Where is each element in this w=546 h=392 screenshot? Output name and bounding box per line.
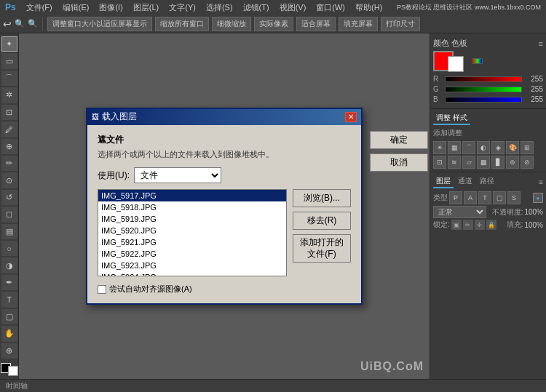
zoom-icon[interactable]: 🔍 [15, 19, 25, 28]
adj-invert[interactable]: ⊘ [521, 156, 534, 169]
filter-shape[interactable]: ▢ [493, 191, 506, 204]
adj-posterize[interactable]: ▩ [477, 156, 490, 169]
adj-brightness[interactable]: ☀ [433, 141, 446, 154]
layers-tabs: 图层 通道 路径 [433, 175, 497, 188]
r-slider[interactable] [445, 76, 522, 82]
menu-view[interactable]: 视图(V) [277, 2, 309, 13]
btn-add-open[interactable]: 添加打开的文件(F) [293, 234, 351, 263]
adj-gradient-map[interactable]: ▱ [462, 156, 475, 169]
dialog-close-button[interactable]: ✕ [345, 112, 357, 122]
layer-blend-mode-select[interactable]: 正常 [433, 206, 486, 218]
tool-brush[interactable]: ✏ [1, 156, 17, 171]
tool-history-brush[interactable]: ↺ [1, 190, 17, 205]
layer-filter-toggle[interactable]: ● [533, 193, 543, 203]
file-list-item[interactable]: IMG_5922.JPG [98, 248, 286, 260]
btn-browse[interactable]: 浏览(B)... [293, 189, 351, 207]
b-slider[interactable] [445, 97, 522, 103]
tool-hand[interactable]: ✋ [1, 326, 17, 341]
tool-eyedropper[interactable]: 🖉 [1, 121, 17, 137]
adj-selective-color[interactable]: ⊜ [506, 156, 519, 169]
file-list-item[interactable]: IMG_5920.JPG [98, 225, 286, 236]
r-channel-row: R 255 [433, 75, 543, 83]
btn-fill-screen[interactable]: 填充屏幕 [339, 17, 378, 31]
adj-exposure[interactable]: ◐ [477, 141, 490, 154]
file-list-item[interactable]: IMG_5918.JPG [98, 201, 286, 213]
tool-shape[interactable]: ▢ [1, 309, 17, 324]
lock-position[interactable]: ✛ [475, 220, 485, 230]
menu-bar: Ps 文件(F) 编辑(E) 图像(I) 图层(L) 文字(Y) 选择(S) 滤… [0, 0, 546, 15]
dialog-auto-align-checkbox[interactable] [98, 285, 106, 294]
adj-curves[interactable]: ⌒ [462, 141, 475, 154]
tab-layers[interactable]: 图层 [433, 175, 454, 188]
btn-fine-zoom[interactable]: 细微缩放 [212, 17, 251, 31]
adj-photo-filter[interactable]: ⊡ [433, 156, 446, 169]
fg-bg-colors[interactable] [1, 363, 18, 376]
menu-window[interactable]: 窗口(W) [314, 2, 347, 13]
btn-actual-pixels[interactable]: 实际像素 [254, 17, 293, 31]
tool-magic-wand[interactable]: ✲ [1, 87, 17, 103]
lock-image[interactable]: ✏ [463, 220, 473, 230]
adj-vibrance[interactable]: ◈ [491, 141, 505, 154]
menu-text[interactable]: 文字(Y) [167, 2, 198, 13]
tool-eraser[interactable]: ◻ [1, 207, 17, 222]
lock-all[interactable]: 🔒 [486, 220, 496, 230]
menu-edit[interactable]: 编辑(E) [60, 2, 92, 13]
menu-filter[interactable]: 滤镜(T) [241, 2, 272, 13]
btn-print-size[interactable]: 打印尺寸 [381, 17, 420, 31]
btn-resize-window[interactable]: 调整窗口大小以适应屏幕显示 [47, 17, 152, 31]
dialog-use-select[interactable]: 文件 [134, 167, 221, 183]
btn-cancel[interactable]: 取消 [370, 153, 428, 172]
tab-paths[interactable]: 路径 [477, 175, 497, 188]
layers-panel-menu[interactable]: ≡ [539, 178, 543, 186]
filter-pixel[interactable]: P [449, 191, 462, 204]
tab-channels[interactable]: 通道 [455, 175, 475, 188]
adj-levels[interactable]: ▦ [448, 141, 461, 154]
tool-zoom[interactable]: ⊕ [1, 343, 17, 359]
file-list-item[interactable]: IMG_5921.JPG [98, 236, 286, 248]
file-list-item[interactable]: IMG_5917.JPG [98, 190, 286, 201]
tool-text[interactable]: T [1, 292, 17, 307]
tool-spot-heal[interactable]: ⊕ [1, 139, 17, 154]
tool-dodge[interactable]: ◑ [1, 257, 17, 273]
tool-pen[interactable]: ✒ [1, 275, 17, 290]
btn-zoom-all[interactable]: 缩放所有窗口 [155, 17, 209, 31]
g-slider[interactable] [445, 87, 522, 92]
tool-gradient[interactable]: ▤ [1, 224, 17, 239]
filter-text[interactable]: T [478, 191, 491, 204]
menu-help[interactable]: 帮助(H) [353, 2, 384, 13]
lock-transparent[interactable]: ▣ [451, 220, 462, 230]
file-list-item[interactable]: IMG_5923.JPG [98, 260, 286, 271]
bg-swatch[interactable] [448, 56, 464, 72]
file-list-item[interactable]: IMG_5924.JPG [98, 271, 286, 276]
menu-file[interactable]: 文件(F) [24, 2, 55, 13]
tool-marquee[interactable]: ▭ [1, 53, 17, 68]
color-panel-menu-icon[interactable]: ≡ [539, 39, 543, 48]
adj-hue[interactable]: 🎨 [506, 141, 519, 154]
btn-ok[interactable]: 确定 [370, 131, 428, 149]
zoom-icon2[interactable]: 🔍 [28, 19, 38, 28]
adj-channel-mixer[interactable]: ≋ [448, 156, 461, 169]
tool-move[interactable]: ✦ [1, 36, 17, 52]
btn-fit-screen[interactable]: 适合屏幕 [296, 17, 336, 31]
file-list-item[interactable]: IMG_5919.JPG [98, 213, 286, 225]
tab-adjustments[interactable]: 调整 样式 [433, 112, 470, 125]
menu-image[interactable]: 图像(I) [97, 2, 124, 13]
layer-type-label: 类型 [433, 193, 448, 203]
adj-color-balance[interactable]: ⊞ [521, 141, 534, 154]
lock-icons: ▣ ✏ ✛ 🔒 [451, 220, 496, 230]
tool-crop[interactable]: ⊡ [1, 105, 17, 120]
dialog-listbox-container[interactable]: IMG_5917.JPGIMG_5918.JPGIMG_5919.JPGIMG_… [98, 189, 287, 276]
filter-adjust[interactable]: A [464, 191, 477, 204]
main-area: ✦ ▭ ⌒ ✲ ⊡ 🖉 ⊕ ✏ ⊙ ↺ ◻ ▤ ○ ◑ ✒ T ▢ ✋ ⊕ [0, 33, 546, 379]
filter-smart[interactable]: S [507, 191, 521, 204]
tool-blur[interactable]: ○ [1, 241, 17, 256]
color-panel-header: 颜色 色板 ≡ [433, 36, 543, 50]
menu-select[interactable]: 选择(S) [204, 2, 235, 13]
adj-threshold[interactable]: ▊ [491, 156, 505, 169]
btn-remove[interactable]: 移去(R) [293, 212, 351, 230]
tool-clone[interactable]: ⊙ [1, 172, 17, 188]
dialog-content-row: IMG_5917.JPGIMG_5918.JPGIMG_5919.JPGIMG_… [98, 189, 351, 276]
tool-lasso[interactable]: ⌒ [1, 71, 17, 86]
tool-arrow[interactable]: ↩ [3, 18, 12, 30]
menu-layer[interactable]: 图层(L) [131, 2, 161, 13]
